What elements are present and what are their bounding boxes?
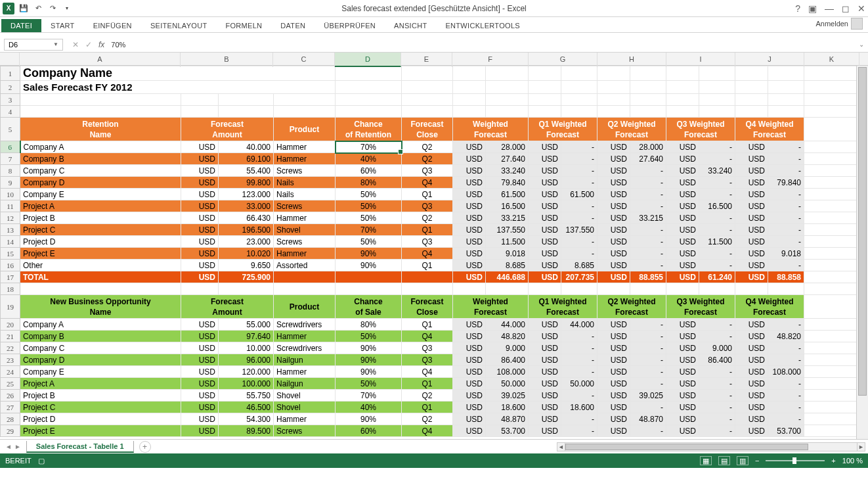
spreadsheet-grid[interactable]: ABCDEFGHIJK 1Company Name2Sales Forecast… [0, 53, 868, 439]
ribbon-tab-start[interactable]: START [41, 19, 84, 32]
row-header-12[interactable]: 12 [1, 212, 20, 224]
zoom-slider[interactable] [766, 460, 825, 461]
row-header-5[interactable]: 5 [1, 118, 20, 141]
row-header-15[interactable]: 15 [1, 248, 20, 260]
ribbon-tab-daten[interactable]: DATEN [271, 19, 315, 32]
table-header[interactable]: Q4 WeightedForecast [735, 118, 804, 141]
minimize-icon[interactable]: — [825, 3, 834, 14]
select-all-cell[interactable] [0, 53, 20, 67]
table-header[interactable]: Q3 WeightedForecast [666, 118, 735, 141]
col-header-C[interactable]: C [273, 53, 335, 67]
signin-button[interactable]: Anmelden [810, 15, 868, 32]
table-header[interactable]: Q2 WeightedForecast [597, 118, 666, 141]
view-normal-icon[interactable]: ▦ [700, 456, 712, 465]
table-header[interactable]: Q1 WeightedForecast [529, 118, 597, 141]
row-header-19[interactable]: 19 [1, 295, 20, 319]
sheet-nav-prev-icon[interactable]: ◄ [5, 443, 12, 450]
accept-formula-icon[interactable]: ✓ [85, 40, 92, 49]
qat-dropdown-icon[interactable]: ▾ [62, 3, 72, 14]
row-header-23[interactable]: 23 [1, 354, 20, 366]
add-sheet-button[interactable]: + [139, 441, 151, 453]
col-header-B[interactable]: B [181, 53, 273, 67]
table-header[interactable]: RetentionName [20, 118, 181, 141]
row-header-1[interactable]: 1 [1, 66, 20, 81]
zoom-level[interactable]: 100 % [842, 457, 863, 465]
scroll-thumb[interactable] [858, 67, 867, 396]
ribbon-tab-überprüfen[interactable]: ÜBERPRÜFEN [315, 19, 385, 32]
row-header-4[interactable]: 4 [1, 106, 20, 118]
close-icon[interactable]: ✕ [857, 3, 865, 14]
undo-icon[interactable]: ↶ [33, 3, 43, 14]
table-header[interactable]: Q2 WeightedForecast [597, 295, 666, 319]
row-header-21[interactable]: 21 [1, 331, 20, 342]
hscroll-thumb[interactable] [565, 444, 808, 450]
row-header-29[interactable]: 29 [1, 425, 20, 437]
name-box-dropdown-icon[interactable]: ▼ [53, 41, 58, 47]
table-header[interactable]: ForecastAmount [181, 295, 274, 319]
table-header[interactable]: WeightedForecast [453, 118, 529, 141]
zoom-out-icon[interactable]: − [755, 457, 759, 465]
selected-cell[interactable]: 70% [336, 141, 402, 153]
col-header-E[interactable]: E [401, 53, 452, 67]
table-header[interactable]: Chanceof Retention [336, 118, 402, 141]
col-header-K[interactable]: K [804, 53, 859, 67]
formula-expand-icon[interactable]: ⌄ [859, 41, 864, 48]
sheet-tab-active[interactable]: Sales Forecast - Tabelle 1 [26, 441, 134, 453]
table-header[interactable]: Product [274, 295, 336, 319]
table-header[interactable]: Product [274, 118, 336, 141]
macro-record-icon[interactable]: ▢ [38, 457, 45, 465]
table-header[interactable]: Q1 WeightedForecast [529, 295, 597, 319]
row-header-25[interactable]: 25 [1, 378, 20, 390]
row-header-18[interactable]: 18 [1, 283, 20, 295]
view-pagebreak-icon[interactable]: ▥ [737, 456, 749, 465]
ribbon-tab-formeln[interactable]: FORMELN [216, 19, 271, 32]
horizontal-scrollbar[interactable]: ◄ ► [557, 442, 865, 451]
sheet-table[interactable]: 1Company Name2Sales Forecast FY 2012345R… [0, 66, 857, 437]
company-name-title[interactable]: Company Name [20, 66, 336, 81]
ribbon-tab-seitenlayout[interactable]: SEITENLAYOUT [141, 19, 217, 32]
ribbon-tab-einfügen[interactable]: EINFÜGEN [84, 19, 141, 32]
row-header-11[interactable]: 11 [1, 200, 20, 212]
ribbon-tab-entwicklertools[interactable]: ENTWICKLERTOOLS [436, 19, 529, 32]
table-header[interactable]: Chanceof Sale [336, 295, 402, 319]
zoom-in-icon[interactable]: + [831, 457, 835, 465]
hscroll-left-icon[interactable]: ◄ [557, 443, 565, 451]
ribbon-display-icon[interactable]: ▣ [808, 3, 817, 14]
sheet-nav-next-icon[interactable]: ► [14, 443, 21, 450]
row-header-10[interactable]: 10 [1, 189, 20, 200]
name-box[interactable]: D6 ▼ [4, 39, 63, 51]
col-header-H[interactable]: H [597, 53, 666, 67]
forecast-subtitle[interactable]: Sales Forecast FY 2012 [20, 81, 336, 94]
zoom-handle[interactable] [792, 457, 796, 464]
row-header-27[interactable]: 27 [1, 402, 20, 413]
cancel-formula-icon[interactable]: ✕ [72, 40, 79, 49]
row-header-8[interactable]: 8 [1, 165, 20, 177]
row-header-22[interactable]: 22 [1, 342, 20, 354]
col-header-J[interactable]: J [735, 53, 804, 67]
ribbon-tab-datei[interactable]: DATEI [1, 19, 41, 32]
row-header-2[interactable]: 2 [1, 81, 20, 94]
row-header-7[interactable]: 7 [1, 153, 20, 165]
row-header-26[interactable]: 26 [1, 390, 20, 402]
table-header[interactable]: ForecastClose [402, 118, 453, 141]
table-header[interactable]: ForecastAmount [181, 118, 274, 141]
col-header-D[interactable]: D [335, 53, 401, 67]
maximize-icon[interactable]: ◻ [842, 3, 850, 14]
formula-input[interactable]: 70% [111, 41, 125, 49]
table-header[interactable]: ForecastClose [402, 295, 453, 319]
row-header-20[interactable]: 20 [1, 319, 20, 331]
table-header[interactable]: WeightedForecast [453, 295, 529, 319]
table-header[interactable]: Q3 WeightedForecast [666, 295, 735, 319]
view-pagelayout-icon[interactable]: ▤ [718, 456, 730, 465]
help-icon[interactable]: ? [795, 3, 800, 14]
row-header-24[interactable]: 24 [1, 366, 20, 378]
fx-icon[interactable]: fx [98, 40, 104, 49]
redo-icon[interactable]: ↷ [47, 3, 58, 14]
col-header-I[interactable]: I [666, 53, 735, 67]
col-header-F[interactable]: F [452, 53, 529, 67]
row-header-3[interactable]: 3 [1, 94, 20, 106]
table-header[interactable]: Q4 WeightedForecast [735, 295, 804, 319]
col-header-A[interactable]: A [20, 53, 181, 67]
row-header-9[interactable]: 9 [1, 177, 20, 189]
hscroll-right-icon[interactable]: ► [857, 443, 865, 451]
